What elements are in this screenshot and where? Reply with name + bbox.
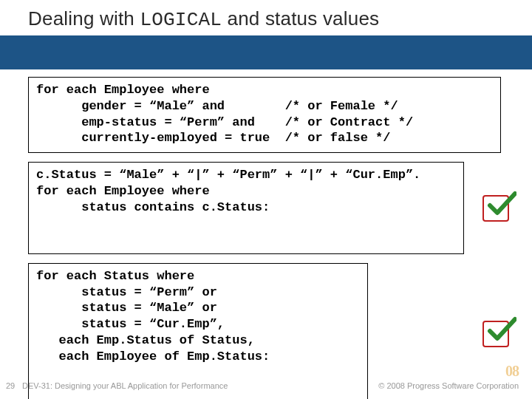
conference-logo: 08 <box>505 363 519 380</box>
slide-footer: 29 DEV-31: Designing your ABL Applicatio… <box>0 381 532 390</box>
checkmark-icon <box>482 318 514 349</box>
title-post: and status values <box>222 7 379 30</box>
code-block-2: c.Status = “Male” + “|” + “Perm” + “|” +… <box>28 162 464 254</box>
code-text-3: for each Status where status = “Perm” or… <box>36 269 270 364</box>
slide-title: Dealing with LOGICAL and status values <box>28 7 532 31</box>
session-title: DEV-31: Designing your ABL Application f… <box>22 381 378 390</box>
code-text-2: c.Status = “Male” + “|” + “Perm” + “|” +… <box>36 168 420 214</box>
code-block-1: for each Employee where gender = “Male” … <box>28 77 501 153</box>
check-svg <box>487 189 516 219</box>
header-bar <box>0 35 532 69</box>
title-code: LOGICAL <box>140 9 222 31</box>
slide-content: for each Employee where gender = “Male” … <box>0 69 532 399</box>
slide-title-area: Dealing with LOGICAL and status values <box>0 0 532 31</box>
code-block-3: for each Status where status = “Perm” or… <box>28 263 368 399</box>
checkmark-icon <box>482 192 514 223</box>
copyright-text: © 2008 Progress Software Corporation <box>378 381 532 390</box>
logo-text: 08 <box>505 363 519 379</box>
check-svg <box>487 315 516 344</box>
code-text-1: for each Employee where gender = “Male” … <box>36 83 413 145</box>
title-pre: Dealing with <box>28 7 140 30</box>
page-number: 29 <box>0 381 22 390</box>
